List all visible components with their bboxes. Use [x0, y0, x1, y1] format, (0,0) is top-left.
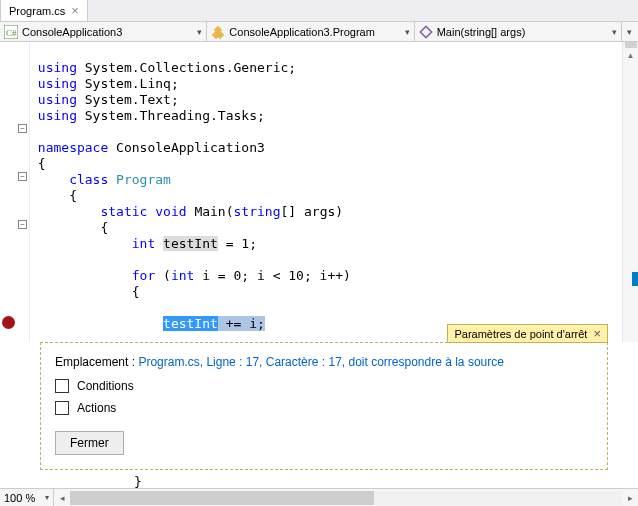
svg-text:C#: C# [6, 28, 17, 38]
code-surface[interactable]: using System.Collections.Generic; using … [30, 42, 622, 342]
breakpoint-settings-titlebar: Paramètres de point d'arrêt × [447, 324, 608, 343]
actions-row: Actions [55, 401, 593, 415]
chevron-down-icon: ▾ [612, 27, 617, 37]
code-line [30, 300, 38, 315]
document-tab-program-cs[interactable]: Program.cs × [0, 0, 88, 21]
nav-overflow[interactable]: ▾ [622, 22, 638, 41]
code-line: { [30, 220, 108, 235]
scroll-right-icon[interactable]: ▸ [622, 493, 638, 503]
svg-rect-5 [420, 26, 431, 37]
close-button[interactable]: Fermer [55, 431, 124, 455]
breakpoint-settings-title: Paramètres de point d'arrêt [454, 328, 587, 340]
horizontal-scrollbar[interactable]: ◂ ▸ [54, 489, 638, 506]
code-line: static void Main(string[] args) [30, 204, 343, 219]
outline-toggle[interactable]: − [18, 220, 27, 229]
code-editor[interactable]: − − − using System.Collections.Generic; … [0, 42, 638, 342]
code-line: int testInt = 1; [30, 236, 257, 251]
method-icon [419, 25, 433, 39]
breakpoint-location: Emplacement : Program.cs, Ligne : 17, Ca… [55, 355, 593, 369]
location-link[interactable]: Program.cs, Ligne : 17, Caractère : 17, … [138, 355, 504, 369]
code-line: namespace ConsoleApplication3 [30, 140, 265, 155]
close-icon[interactable]: × [593, 326, 601, 341]
zoom-value: 100 % [4, 492, 35, 504]
close-icon[interactable]: × [71, 4, 79, 17]
project-dropdown[interactable]: C# ConsoleApplication3 ▾ [0, 22, 207, 41]
split-handle[interactable] [625, 42, 637, 48]
navigation-bar: C# ConsoleApplication3 ▾ ConsoleApplicat… [0, 22, 638, 42]
code-line [30, 252, 38, 267]
code-line: for (int i = 0; i < 10; i++) [30, 268, 351, 283]
vertical-scrollbar[interactable]: ▲ [622, 42, 638, 342]
actions-checkbox[interactable] [55, 401, 69, 415]
breakpoint-settings-wrapper: Paramètres de point d'arrêt × Emplacemen… [40, 342, 608, 470]
code-line: using System.Threading.Tasks; [30, 108, 265, 123]
code-line: class Program [30, 172, 171, 187]
chevron-down-icon: ▾ [405, 27, 410, 37]
code-line [30, 124, 38, 139]
actions-label: Actions [77, 401, 116, 415]
code-line: } [40, 470, 638, 490]
code-line: testInt += i; [30, 316, 265, 331]
scroll-up-icon[interactable]: ▲ [627, 52, 635, 60]
code-line: { [30, 284, 140, 299]
breakpoint-glyph[interactable] [2, 316, 15, 329]
outline-toggle[interactable]: − [18, 172, 27, 181]
chevron-down-icon: ▾ [627, 27, 632, 37]
tab-label: Program.cs [9, 5, 65, 17]
conditions-label: Conditions [77, 379, 134, 393]
member-name: Main(string[] args) [437, 26, 526, 38]
chevron-down-icon: ▾ [197, 27, 202, 37]
editor-margin[interactable]: − − − [0, 42, 30, 342]
conditions-checkbox[interactable] [55, 379, 69, 393]
code-line: { [30, 188, 77, 203]
breakpoint-settings-panel: Emplacement : Program.cs, Ligne : 17, Ca… [40, 342, 608, 470]
code-line: using System.Linq; [30, 76, 179, 91]
class-name: ConsoleApplication3.Program [229, 26, 375, 38]
code-line: using System.Collections.Generic; [30, 60, 296, 75]
outline-toggle[interactable]: − [18, 124, 27, 133]
bottom-bar: 100 % ▾ ◂ ▸ [0, 488, 638, 506]
document-tab-strip: Program.cs × [0, 0, 638, 22]
conditions-row: Conditions [55, 379, 593, 393]
scrollbar-caret-indicator [632, 272, 638, 286]
member-dropdown[interactable]: Main(string[] args) ▾ [415, 22, 622, 41]
csharp-icon: C# [4, 25, 18, 39]
project-name: ConsoleApplication3 [22, 26, 122, 38]
class-dropdown[interactable]: ConsoleApplication3.Program ▾ [207, 22, 414, 41]
code-line: using System.Text; [30, 92, 179, 107]
scroll-left-icon[interactable]: ◂ [54, 493, 70, 503]
scrollbar-track[interactable] [70, 491, 622, 505]
code-line: { [30, 156, 46, 171]
chevron-down-icon: ▾ [45, 493, 49, 502]
location-label: Emplacement : [55, 355, 138, 369]
scrollbar-thumb[interactable] [70, 491, 374, 505]
class-icon [211, 25, 225, 39]
zoom-dropdown[interactable]: 100 % ▾ [0, 489, 54, 506]
